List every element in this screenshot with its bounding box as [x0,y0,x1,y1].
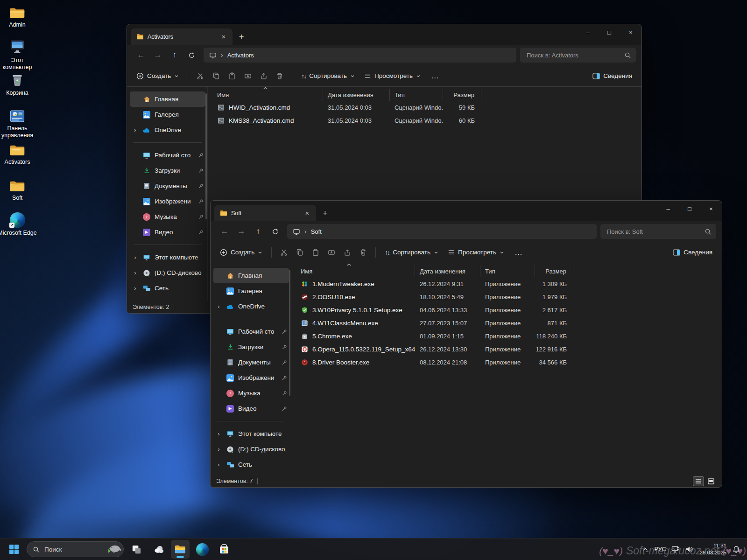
taskbar-search-input[interactable] [43,546,103,553]
more-options-button[interactable]: … [509,248,529,257]
sidebar-item-desktop[interactable]: Рабочий сто [130,147,205,163]
forward-button[interactable]: → [149,48,166,63]
tab-close-icon[interactable]: × [218,32,229,42]
sidebar-item-downloads[interactable]: Загрузки [130,163,205,178]
volume-icon[interactable] [685,546,694,553]
chevron-right-icon[interactable]: › [132,254,139,261]
sidebar-scrollbar[interactable] [289,270,290,396]
close-button[interactable]: × [700,201,722,217]
store-button[interactable] [215,540,233,559]
sidebar-item-pictures[interactable]: Изображени [213,370,289,385]
rename-icon[interactable] [240,68,256,84]
back-button[interactable]: ← [216,224,233,239]
search-input[interactable] [606,228,705,236]
thumbnail-view-toggle[interactable] [706,477,716,486]
column-header-name[interactable]: Имя [208,89,323,101]
chevron-right-icon[interactable]: › [215,446,222,453]
tab-close-icon[interactable]: × [302,208,312,218]
tab-soft[interactable]: Soft × [214,205,316,221]
details-pane-button[interactable]: Сведения [588,68,637,84]
desktop-icon-recycle-bin[interactable]: Корзина [0,71,37,97]
desktop-icon-control-panel[interactable]: Панель управления [0,106,37,139]
up-button[interactable]: ↑ [250,224,267,239]
notification-bell-icon[interactable]: z [732,546,740,553]
sidebar-item-videos[interactable]: ▶ Видео [213,401,289,416]
desktop-icon-admin[interactable]: Admin [0,3,37,28]
column-header-date[interactable]: Дата изменения [415,265,480,277]
share-icon[interactable] [256,68,272,84]
breadcrumb[interactable]: Soft [311,228,322,235]
cut-icon[interactable] [276,245,292,260]
sidebar-item-home[interactable]: Главная [130,91,205,107]
sidebar-item-home[interactable]: Главная [213,268,289,283]
file-row[interactable]: 8.Driver Booster.exe 08.12.2024 21:08 Пр… [291,356,722,369]
sidebar-item-music[interactable]: ♪ Музыка [130,209,205,224]
address-bar[interactable]: › Activators [204,48,516,63]
search-highlight-image[interactable] [106,543,122,555]
chevron-right-icon[interactable]: › [215,430,222,437]
back-button[interactable]: ← [133,48,149,63]
sidebar-item-onedrive[interactable]: › OneDrive [213,299,289,314]
task-view-button[interactable] [127,540,146,559]
breadcrumb[interactable]: Activators [227,52,254,59]
sidebar-scrollbar[interactable] [205,93,207,219]
copy-icon[interactable] [292,245,308,260]
sidebar-item-this-pc[interactable]: › Этот компьюте [130,250,205,265]
file-row[interactable]: 2.OOSU10.exe 18.10.2024 5:49 Приложение … [291,290,722,303]
view-button[interactable]: Просмотреть [443,245,509,260]
details-view-toggle[interactable] [693,477,704,486]
sidebar-item-network[interactable]: › Сеть [130,280,205,296]
tab-activators[interactable]: Activators × [131,28,233,45]
new-tab-button[interactable]: + [239,33,244,41]
file-row[interactable]: KMS38_Activation.cmd 31.05.2024 0:03 Сце… [208,114,641,127]
maximize-button[interactable]: □ [599,24,620,40]
sidebar-item-desktop[interactable]: Рабочий сто [213,324,289,339]
new-tab-button[interactable]: + [323,209,328,217]
edge-button[interactable] [193,540,211,559]
column-header-type[interactable]: Тип [480,265,535,277]
address-bar[interactable]: › Soft [287,224,597,239]
forward-button[interactable]: → [233,224,250,239]
file-row[interactable]: 6.Opera_115.0.5322.119_Setup_x64.exe 26.… [291,343,722,356]
sidebar-item-documents[interactable]: Документы [213,355,289,370]
column-header-size[interactable]: Размер [535,265,573,277]
sort-button[interactable]: ↑↓ Сортировать [380,245,443,260]
column-header-date[interactable]: Дата изменения [323,89,390,101]
widgets-button[interactable] [149,540,168,559]
sidebar-item-cd-drive[interactable]: › (D:) CD-дисково [213,441,289,457]
refresh-button[interactable] [183,48,200,63]
sidebar-item-music[interactable]: ♪ Музыка [213,385,289,401]
view-button[interactable]: Просмотреть [359,68,425,84]
column-header-size[interactable]: Размер [443,89,481,101]
create-button[interactable]: Создать [132,68,183,84]
file-row[interactable]: HWID_Activation.cmd 31.05.2024 0:03 Сцен… [208,101,641,114]
search-icon[interactable] [624,52,631,59]
file-explorer-button[interactable] [171,540,190,559]
minimize-button[interactable]: – [657,201,679,217]
chevron-right-icon[interactable]: › [132,285,139,292]
close-button[interactable]: × [620,24,641,40]
hidden-icons-chevron[interactable] [642,546,648,552]
search-box[interactable] [600,224,716,239]
sidebar-item-downloads[interactable]: Загрузки [213,339,289,355]
file-row[interactable]: 4.W11ClassicMenu.exe 27.07.2023 15:07 Пр… [291,316,722,329]
chevron-right-icon[interactable]: › [132,126,139,133]
sidebar-item-gallery[interactable]: Галерея [213,283,289,299]
delete-icon[interactable] [272,68,288,84]
column-header-type[interactable]: Тип [390,89,443,101]
sidebar-item-videos[interactable]: ▶ Видео [130,224,205,240]
maximize-button[interactable]: □ [679,201,700,217]
desktop-icon-this-pc[interactable]: Этот компьютер [0,38,37,71]
search-box[interactable] [520,48,636,63]
refresh-button[interactable] [267,224,283,239]
sidebar-item-network[interactable]: › Сеть [213,457,289,472]
create-button[interactable]: Создать [215,245,267,260]
up-button[interactable]: ↑ [166,48,183,63]
sidebar-item-documents[interactable]: Документы [130,178,205,194]
file-row[interactable]: 5.Chrome.exe 01.09.2024 1:15 Приложение … [291,329,722,343]
sidebar-item-this-pc[interactable]: › Этот компьюте [213,426,289,441]
network-icon[interactable] [671,546,680,553]
column-header-name[interactable]: Имя [291,265,415,277]
search-input[interactable] [526,51,624,59]
copy-icon[interactable] [208,68,224,84]
